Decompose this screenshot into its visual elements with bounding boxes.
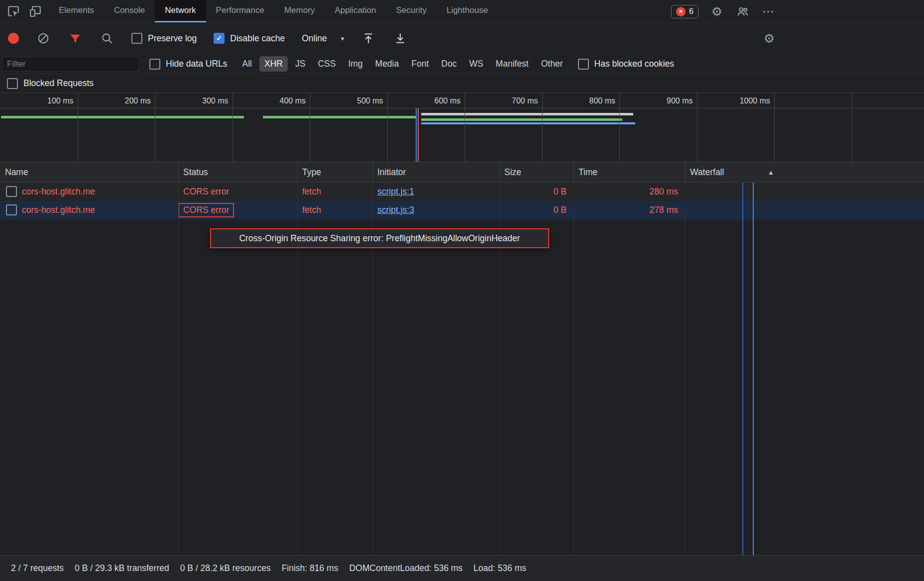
has-blocked-cookies-toggle[interactable]: Has blocked cookies (578, 59, 675, 70)
requests-table-body: cors-host.glitch.me CORS error fetch scr… (0, 183, 924, 555)
request-size: 0 B (499, 201, 574, 219)
resource-type-filter[interactable]: Manifest (491, 56, 534, 72)
column-header-name[interactable]: Name (5, 162, 28, 183)
column-divider (685, 162, 686, 182)
waterfall-dcl-line (742, 183, 743, 555)
inspect-element-icon[interactable] (6, 4, 21, 19)
resource-type-filter[interactable]: XHR (259, 56, 288, 72)
column-divider (574, 162, 574, 182)
disable-cache-toggle[interactable]: ✓ Disable cache (214, 33, 285, 44)
settings-gear-icon[interactable]: ⚙ (709, 4, 724, 19)
column-header-status[interactable]: Status (183, 162, 208, 183)
preserve-log-toggle[interactable]: Preserve log (131, 33, 197, 44)
request-size: 0 B (499, 183, 574, 201)
status-bar-item: Load: 536 ms (473, 563, 526, 574)
throttling-select[interactable]: Online ▾ (302, 33, 344, 44)
panel-tab[interactable]: Memory (274, 0, 325, 22)
timeline-gridline (232, 93, 233, 162)
panel-tab[interactable]: Performance (206, 0, 274, 22)
request-type: fetch (302, 201, 321, 219)
preserve-log-label: Preserve log (148, 33, 197, 44)
column-header-time[interactable]: Time (578, 162, 597, 183)
has-blocked-cookies-label: Has blocked cookies (594, 59, 675, 69)
panel-tab[interactable]: Elements (49, 0, 104, 22)
more-options-icon[interactable]: ··· (761, 4, 776, 19)
sort-ascending-icon[interactable]: ▲ (768, 162, 774, 183)
column-divider (297, 162, 298, 182)
resource-type-filter[interactable]: All (237, 56, 257, 72)
status-bar-item: 2 / 7 requests (11, 563, 64, 574)
request-name: cors-host.glitch.me (22, 201, 95, 219)
blocked-requests-checkbox[interactable] (7, 78, 18, 89)
export-har-icon[interactable] (393, 31, 408, 46)
panel-tab[interactable]: Security (386, 0, 437, 22)
timeline-gridline (774, 93, 775, 162)
timeline-gridline (542, 93, 543, 162)
resource-type-filter[interactable]: JS (290, 56, 310, 72)
devtools-tabbar: Elements Console Network Performance Mem… (0, 0, 924, 23)
preserve-log-checkbox[interactable] (131, 33, 142, 44)
status-bar-item: Finish: 816 ms (282, 563, 339, 574)
request-checkbox[interactable] (6, 186, 17, 197)
resource-type-filter[interactable]: CSS (313, 56, 341, 72)
request-checkbox[interactable] (6, 204, 17, 215)
panel-tab[interactable]: Application (325, 0, 386, 22)
panel-tab-label: Lighthouse (447, 5, 488, 15)
column-header-initiator[interactable]: Initiator (377, 162, 406, 183)
status-bar-item: 0 B / 29.3 kB transferred (75, 563, 169, 574)
hide-data-urls-toggle[interactable]: Hide data URLs (149, 59, 228, 70)
column-header-type[interactable]: Type (302, 162, 321, 183)
console-error-badge[interactable]: × 6 (671, 5, 698, 18)
panel-tab-label: Elements (59, 5, 94, 15)
device-toolbar-icon[interactable] (28, 4, 43, 19)
hide-data-urls-checkbox[interactable] (149, 59, 160, 70)
resource-type-filter[interactable]: WS (464, 56, 488, 72)
filter-funnel-icon[interactable] (68, 31, 83, 46)
resource-type-filter[interactable]: Media (370, 56, 404, 72)
network-toolbar: Preserve log ✓ Disable cache Online ▾ ⚙ (0, 23, 924, 54)
network-settings-gear-icon[interactable]: ⚙ (762, 31, 777, 46)
network-status-bar: 2 / 7 requests 0 B / 29.3 kB transferred… (0, 555, 924, 581)
resource-type-filter[interactable]: Font (406, 56, 434, 72)
column-divider (372, 162, 373, 182)
panel-tab-label: Security (396, 5, 427, 15)
import-har-icon[interactable] (361, 31, 376, 46)
panel-tabs: Elements Console Network Performance Mem… (49, 0, 498, 22)
column-divider (685, 183, 686, 555)
panel-tab-label: Console (114, 5, 145, 15)
timeline-overview[interactable]: 100 ms 200 ms 300 ms 400 ms 500 ms 600 m… (0, 93, 924, 162)
people-icon[interactable] (735, 4, 750, 19)
request-row[interactable]: cors-host.glitch.me CORS error fetch scr… (0, 183, 924, 201)
disable-cache-checkbox[interactable]: ✓ (214, 33, 225, 44)
record-network-log-button[interactable] (8, 33, 19, 44)
resource-type-filter[interactable]: Other (536, 56, 568, 72)
request-status: CORS error (183, 183, 229, 201)
column-header-waterfall[interactable]: Waterfall (690, 162, 724, 183)
request-type: fetch (302, 183, 321, 201)
timeline-tick-label: 400 ms (232, 93, 310, 108)
overview-bar-green-3 (421, 118, 622, 121)
search-icon[interactable] (100, 31, 115, 46)
overview-bar-blue (421, 122, 635, 124)
timeline-tick-label: 600 ms (387, 93, 465, 108)
requests-table-header: Name Status Type Initiator Size Time Wat… (0, 162, 924, 183)
panel-tab-label: Memory (284, 5, 315, 15)
request-initiator-link[interactable]: script.js:1 (377, 187, 414, 197)
request-row-selected[interactable]: cors-host.glitch.me CORS error fetch scr… (0, 201, 924, 219)
resource-type-filter[interactable]: Img (343, 56, 367, 72)
cors-error-tooltip: Cross-Origin Resource Sharing error: Pre… (210, 228, 549, 248)
column-header-size[interactable]: Size (504, 162, 521, 183)
timeline-tick-label: 200 ms (78, 93, 155, 108)
panel-tab[interactable]: Lighthouse (437, 0, 498, 22)
has-blocked-cookies-checkbox[interactable] (578, 59, 589, 70)
panel-tab-label: Network (165, 5, 196, 15)
request-initiator-link[interactable]: script.js:3 (377, 205, 414, 215)
clear-network-log-icon[interactable] (36, 31, 51, 46)
panel-tab[interactable]: Console (104, 0, 155, 22)
timeline-tick-row: 100 ms 200 ms 300 ms 400 ms 500 ms 600 m… (0, 93, 924, 108)
panel-tab[interactable]: Network (155, 0, 206, 22)
resource-type-filter[interactable]: Doc (436, 56, 462, 72)
tabbar-lead-icons (0, 0, 49, 22)
filter-input[interactable] (2, 57, 139, 72)
timeline-tick-label: 100 ms (0, 93, 78, 108)
